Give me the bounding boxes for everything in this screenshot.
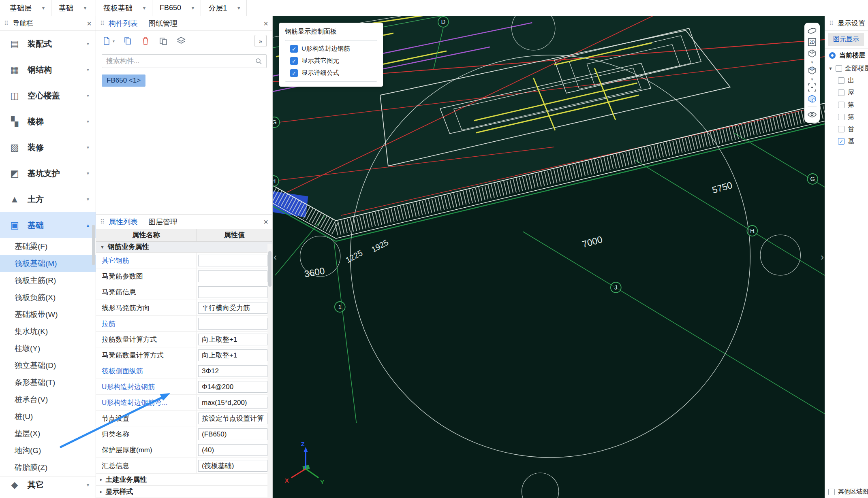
nav-category[interactable]: ▤ 装配式 ▾ [0,31,96,57]
close-icon[interactable]: × [263,19,268,28]
chevron-down-icon[interactable]: ▾ [806,76,818,82]
property-value-input[interactable] [198,318,267,330]
property-value-input[interactable] [198,286,267,298]
floor-checkbox-item[interactable]: 屋 [825,87,868,99]
floor-checkbox-item[interactable]: ✓ 基 [825,135,868,147]
checkbox[interactable] [838,89,844,96]
property-name[interactable]: U形构造封边钢筋 [96,379,197,394]
checkbox[interactable]: ✓ [838,138,844,145]
property-name[interactable]: 筏板侧面纵筋 [96,363,197,379]
view-2d-button[interactable]: 2D [806,36,818,48]
layer-copy-button[interactable] [176,36,186,46]
nav-category-other[interactable]: ◆ 其它 ▾ [0,476,96,493]
copy-properties-button[interactable] [158,36,168,46]
context-dropdown[interactable]: 基础 ▾ [51,0,96,16]
property-value-input[interactable]: (筏板基础) [198,460,267,472]
panel-tab[interactable]: 图层管理 [148,215,177,229]
other-region-checkbox-row[interactable]: 其他区域图 [828,488,868,496]
panel-tab[interactable]: 构件列表 [109,16,138,31]
orbit-view-button[interactable] [806,25,818,36]
new-component-button[interactable]: ▾ [102,36,115,46]
close-icon[interactable]: × [87,19,92,28]
panel-tab[interactable]: 属性列表 [109,215,138,229]
property-value-input[interactable]: 平行横向受力筋 [198,302,267,314]
nav-category[interactable]: ▦ 钢结构 ▾ [0,57,96,83]
property-name[interactable]: 马凳筋数量计算方式 [96,347,197,363]
component-list-item[interactable]: FB650 <1> [102,74,145,87]
context-dropdown[interactable]: 基础层 ▾ [2,0,51,16]
property-value-input[interactable]: 向上取整+1 [198,334,267,345]
checkbox-checked-icon[interactable]: ✓ [290,69,298,77]
drag-handle-icon[interactable]: ⠿ [829,20,834,27]
copy-component-button[interactable] [123,36,133,46]
nav-subitem[interactable]: 筏板主筋(R) [0,272,96,289]
property-name[interactable]: 拉筋数量计算方式 [96,332,197,347]
context-dropdown[interactable]: 分层1 ▾ [201,0,247,16]
nav-subitem[interactable]: 集水坑(K) [0,323,96,340]
property-value-input[interactable]: (FB650) [198,428,267,440]
zoom-window-button[interactable] [806,82,818,93]
property-value-input[interactable]: max(15*d,200) [198,397,267,409]
shaded-view-button[interactable] [806,65,818,76]
panel-tab[interactable]: 图纸管理 [148,16,177,31]
nav-subitem[interactable]: 筏板负筋(X) [0,289,96,306]
search-input[interactable] [106,57,255,65]
property-name[interactable]: 保护层厚度(mm) [96,442,197,458]
property-name[interactable]: 节点设置 [96,411,197,426]
nav-subitem[interactable]: 砖胎膜(Z) [0,459,96,476]
delete-component-button[interactable] [141,36,150,46]
cube-view-button[interactable] [806,48,818,59]
property-name[interactable]: 马凳筋信息 [96,284,197,300]
context-dropdown[interactable]: FB650 ▾ [152,0,201,16]
property-scrollbar[interactable] [267,244,272,498]
local-view-button[interactable] [806,93,818,104]
checkbox[interactable] [838,114,844,120]
checkbox[interactable] [838,77,844,84]
nav-category[interactable]: ▣ 基础 ▴ [0,212,96,238]
property-value-input[interactable] [198,255,267,266]
visibility-button[interactable] [806,109,818,120]
rebar-panel-checkbox-row[interactable]: ✓ 显示其它图元 [290,57,372,65]
property-name[interactable]: 拉筋 [96,316,197,331]
property-value-input[interactable]: Φ14@200 [198,381,267,393]
nav-subitem[interactable]: 独立基础(D) [0,357,96,374]
checkbox[interactable] [838,102,844,108]
current-floor-radio-row[interactable]: 当前楼层 [825,49,868,62]
nav-subitem[interactable]: 筏板基础(M) [0,255,96,272]
drag-handle-icon[interactable]: ⠿ [4,20,9,27]
property-name[interactable]: 马凳筋参数图 [96,268,197,284]
nav-subitem[interactable]: 基础板带(W) [0,306,96,323]
nav-category[interactable]: ◫ 空心楼盖 ▾ [0,83,96,109]
property-name[interactable]: U形构造封边钢筋弯... [96,395,197,410]
floor-checkbox-item[interactable]: 首 [825,123,868,135]
checkbox[interactable] [828,489,835,495]
nav-category[interactable]: ▚ 楼梯 ▾ [0,109,96,134]
nav-subitem[interactable]: 条形基础(T) [0,374,96,391]
context-dropdown[interactable]: 筏板基础 ▾ [96,0,152,16]
nav-subitem[interactable]: 桩(U) [0,408,96,425]
radio-selected-icon[interactable] [829,52,836,59]
scrollbar-thumb[interactable] [268,251,272,287]
tab-element-display[interactable]: 图元显示 [828,33,864,46]
property-name[interactable]: 归类名称 [96,426,197,442]
property-value-input[interactable]: 向上取整+1 [198,349,267,361]
section-rebar-properties[interactable]: ▼ 钢筋业务属性 [96,242,272,253]
property-value-input[interactable]: (40) [198,444,267,456]
nav-subitem[interactable]: 桩承台(V) [0,391,96,408]
property-name[interactable]: 汇总信息 [96,458,197,473]
property-name[interactable]: 其它钢筋 [96,253,197,268]
nav-category[interactable]: ▲ 土方 ▾ [0,186,96,212]
nav-category[interactable]: ◩ 基坑支护 ▾ [0,160,96,186]
collapse-panel-right-arrow[interactable]: › [821,251,824,263]
floor-tree-root[interactable]: ▼ 全部楼层 [825,62,868,74]
property-value-input[interactable] [198,270,267,282]
rebar-panel-checkbox-row[interactable]: ✓ U形构造封边钢筋 [290,45,372,53]
nav-scrollbar-thumb[interactable] [92,225,95,265]
floor-checkbox-item[interactable]: 出 [825,74,868,87]
nav-category[interactable]: ▨ 装修 ▾ [0,134,96,160]
viewport-3d[interactable]: D G H G H [273,16,825,498]
chevron-down-icon[interactable]: ▾ [806,59,818,65]
checkbox-checked-icon[interactable]: ✓ [290,57,298,65]
nav-subitem[interactable]: 柱墩(Y) [0,340,96,357]
nav-subitem[interactable]: 垫层(X) [0,425,96,442]
